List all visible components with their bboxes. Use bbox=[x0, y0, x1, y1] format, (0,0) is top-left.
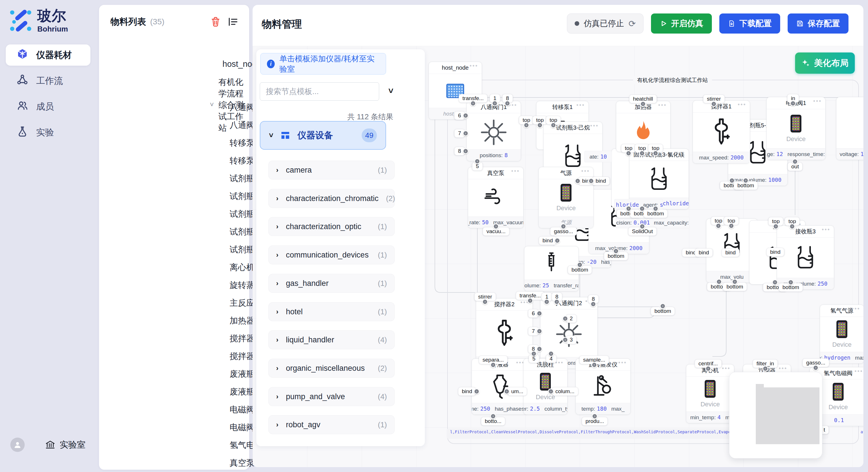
port-handle-icon[interactable]: › bbox=[577, 262, 583, 268]
graph-canvas[interactable]: 有机化学流程综合测试工作站 host_node•••host_no...转移泵1… bbox=[253, 46, 863, 467]
category-item-organic_miscellaneous[interactable]: ›organic_miscellaneous(2) bbox=[268, 359, 395, 378]
port-handle-icon[interactable]: › bbox=[640, 224, 646, 229]
port-handle-icon[interactable]: › bbox=[554, 238, 560, 244]
canvas-node-八通阀门1[interactable]: 八通阀门1•••positions:8 bbox=[466, 101, 521, 161]
port-handle-icon[interactable]: › bbox=[523, 122, 529, 128]
port-handle-icon[interactable]: › bbox=[462, 113, 468, 119]
port-produ...[interactable]: produ...› bbox=[582, 417, 608, 426]
port-handle-icon[interactable]: › bbox=[470, 100, 476, 106]
node-menu-icon[interactable]: ••• bbox=[855, 368, 863, 374]
port-6[interactable]: 6› bbox=[528, 309, 539, 318]
canvas-node-搅拌器1[interactable]: 搅拌器1•••max_speed:2000 bbox=[693, 100, 750, 164]
node-menu-icon[interactable]: ••• bbox=[511, 168, 520, 174]
port-handle-icon[interactable]: › bbox=[575, 178, 581, 184]
category-item-communication_devices[interactable]: ›communication_devices(1) bbox=[268, 245, 395, 264]
port-1[interactable]: 1› bbox=[541, 293, 552, 301]
port-handle-icon[interactable]: › bbox=[492, 100, 498, 106]
category-item-pump_and_valve[interactable]: ›pump_and_valve(4) bbox=[268, 387, 395, 406]
port-gasso...[interactable]: gasso...› bbox=[803, 359, 829, 367]
port-handle-icon[interactable]: › bbox=[640, 101, 646, 107]
sidebar-item-members[interactable]: 成员 bbox=[6, 96, 90, 117]
port-handle-icon[interactable]: › bbox=[652, 150, 658, 156]
tree-item[interactable]: 真空泵 bbox=[229, 458, 255, 469]
port-top[interactable]: top› bbox=[634, 144, 650, 153]
port-handle-icon[interactable]: › bbox=[732, 279, 738, 285]
canvas-node-分液器[interactable]: 分液器•••volume:250has_phases:true bbox=[472, 359, 528, 415]
node-menu-icon[interactable]: ••• bbox=[581, 168, 590, 174]
port-handle-icon[interactable]: › bbox=[653, 206, 659, 212]
port-7[interactable]: 7› bbox=[454, 129, 465, 138]
port-handle-icon[interactable]: › bbox=[743, 177, 749, 183]
node-menu-icon[interactable]: ••• bbox=[851, 305, 860, 312]
port-filter_in[interactable]: filter_in› bbox=[753, 359, 778, 368]
save-config-button[interactable]: 保存配置 bbox=[787, 13, 848, 34]
port-handle-icon[interactable]: › bbox=[490, 413, 496, 419]
port-bottom[interactable]: bottom› bbox=[644, 209, 668, 218]
canvas-node-洗脱柱[interactable]: 洗脱柱•••Devicediameter:2.5column_type:si bbox=[523, 359, 567, 415]
port-handle-icon[interactable]: › bbox=[474, 158, 480, 164]
category-item-robot_agv[interactable]: ›robot_agv(1) bbox=[268, 415, 395, 434]
tree-item[interactable]: 离心机 bbox=[229, 262, 255, 273]
port-handle-icon[interactable]: › bbox=[788, 279, 794, 285]
node-menu-icon[interactable]: ••• bbox=[722, 365, 731, 372]
port-bind[interactable]: bind bbox=[766, 248, 784, 256]
port-7[interactable]: 7› bbox=[528, 327, 539, 336]
node-menu-icon[interactable]: ••• bbox=[677, 149, 685, 156]
port-SolidOut[interactable]: SolidOut› bbox=[628, 227, 657, 236]
port-handle-icon[interactable]: › bbox=[789, 224, 795, 229]
port-bind[interactable]: bind bbox=[722, 248, 739, 257]
port-handle-icon[interactable]: › bbox=[462, 131, 468, 136]
canvas-node-氢气气源[interactable]: 氢气气源•••Device_type:hydrogenmax_pre bbox=[820, 305, 863, 364]
port-transfe...[interactable]: transfe...› bbox=[516, 291, 545, 300]
port-gasso...[interactable]: gasso...› bbox=[550, 227, 577, 236]
node-menu-icon[interactable]: ••• bbox=[470, 63, 478, 69]
port-bottom[interactable]: bottom› bbox=[568, 266, 592, 274]
chevron-down-icon[interactable]: ˅ bbox=[389, 86, 394, 96]
collapse-list-icon[interactable] bbox=[227, 16, 239, 28]
category-item-characterization_chromatic[interactable]: ›characterization_chromatic(2) bbox=[268, 189, 395, 208]
port-bottom[interactable]: bottom› bbox=[723, 282, 747, 291]
port-in[interactable]: in› bbox=[787, 94, 799, 103]
canvas-node-气源[interactable]: 气源•••Device气源 bbox=[538, 167, 594, 228]
port-heatchill[interactable]: heatchill› bbox=[629, 95, 657, 103]
port-top[interactable]: top› bbox=[785, 217, 800, 226]
port-bind[interactable]: bind› bbox=[458, 387, 476, 396]
node-menu-icon[interactable]: ••• bbox=[590, 123, 599, 129]
port-handle-icon[interactable]: › bbox=[590, 301, 596, 307]
category-item-liquid_handler[interactable]: ›liquid_handler(4) bbox=[268, 330, 395, 349]
node-menu-icon[interactable]: ••• bbox=[822, 226, 830, 233]
port-handle-icon[interactable]: › bbox=[715, 223, 721, 229]
port-5[interactable]: 5› bbox=[472, 162, 483, 171]
port-8[interactable]: 8› bbox=[552, 293, 562, 301]
port-bind[interactable]: bind› bbox=[539, 236, 557, 245]
category-item-camera[interactable]: ›camera(1) bbox=[268, 161, 395, 179]
port-handle-icon[interactable]: › bbox=[462, 148, 468, 154]
port-top[interactable]: top› bbox=[724, 216, 739, 225]
port-5[interactable]: 5› bbox=[529, 355, 539, 363]
port-um...[interactable]: um...› bbox=[507, 387, 527, 396]
node-menu-icon[interactable]: ••• bbox=[577, 102, 585, 108]
sidebar-item-experiments[interactable]: 实验 bbox=[6, 122, 90, 143]
port-handle-icon[interactable]: › bbox=[790, 100, 796, 106]
port-bottom[interactable]: bottom› bbox=[779, 283, 803, 292]
start-simulation-button[interactable]: 开启仿真 bbox=[651, 13, 712, 34]
port-top[interactable]: top› bbox=[768, 217, 783, 226]
canvas-node[interactable]: voltage:12 bbox=[836, 97, 863, 160]
port-handle-icon[interactable]: › bbox=[772, 279, 778, 285]
category-item-characterization_optic[interactable]: ›characterization_optic(1) bbox=[268, 217, 395, 236]
port-handle-icon[interactable]: › bbox=[660, 303, 666, 309]
port-handle-icon[interactable]: › bbox=[588, 178, 594, 184]
port-handle-icon[interactable]: › bbox=[536, 310, 542, 316]
port-botto...[interactable]: botto...› bbox=[481, 417, 505, 426]
port-handle-icon[interactable]: › bbox=[536, 328, 542, 334]
port-handle-icon[interactable]: › bbox=[504, 100, 510, 106]
port-bottom[interactable]: bottom› bbox=[604, 252, 628, 260]
sidebar-item-lab[interactable]: 实验室 bbox=[45, 439, 86, 451]
port-handle-icon[interactable]: › bbox=[548, 389, 554, 395]
port-handle-icon[interactable]: › bbox=[813, 365, 818, 371]
chevron-down-icon[interactable]: ˅ bbox=[210, 101, 214, 109]
port-handle-icon[interactable]: › bbox=[716, 279, 722, 285]
port-handle-icon[interactable]: › bbox=[591, 362, 597, 368]
sidebar-item-instruments[interactable]: 仪器耗材 bbox=[6, 44, 90, 66]
canvas-node-旋转蒸发仪[interactable]: 旋转蒸发仪•••temp:180max_ bbox=[576, 359, 631, 415]
